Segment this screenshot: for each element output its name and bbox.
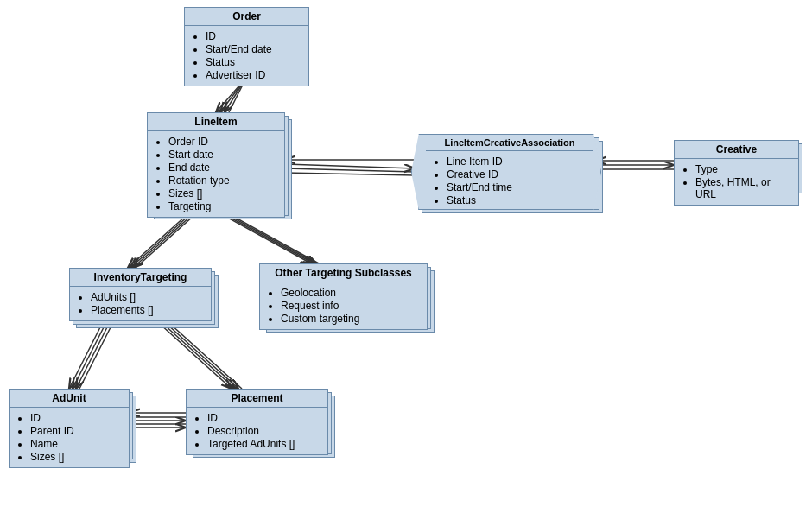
svg-line-15 (225, 216, 311, 263)
svg-line-21 (76, 324, 109, 389)
svg-line-17 (230, 216, 316, 263)
order-body: ID Start/End date Status Advertiser ID (185, 26, 308, 86)
lica-item-3: Start/End time (447, 181, 587, 193)
order-item-1: ID (206, 30, 301, 42)
creative-box: Creative Type Bytes, HTML, or URL (674, 140, 799, 206)
svg-line-18 (232, 216, 319, 263)
adunit-box: AdUnit ID Parent ID Name Sizes [] (9, 389, 130, 468)
svg-line-6 (285, 173, 415, 175)
lineitem-item-5: Sizes [] (168, 187, 277, 200)
other-box: Other Targeting Subclasses Geolocation R… (259, 263, 428, 330)
diagram-container: Order ID Start/End date Status Advertise… (0, 0, 812, 507)
order-item-3: Status (206, 56, 301, 68)
inventory-body: AdUnits [] Placements [] (70, 287, 211, 320)
lineitem-item-4: Rotation type (168, 174, 277, 187)
lica-body: Line Item ID Creative ID Start/End time … (426, 151, 593, 211)
placement-item-3: Targeted AdUnits [] (207, 438, 320, 450)
order-item-2: Start/End date (206, 43, 301, 55)
lineitem-item-2: Start date (168, 149, 277, 161)
placement-box: Placement ID Description Targeted AdUnit… (186, 389, 328, 455)
inventory-item-2: Placements [] (91, 304, 204, 316)
svg-line-20 (73, 324, 105, 389)
lineitem-item-1: Order ID (168, 136, 277, 148)
placement-body: ID Description Targeted AdUnits [] (187, 408, 327, 454)
svg-line-14 (136, 216, 193, 268)
creative-item-1: Type (695, 163, 791, 175)
adunit-item-1: ID (30, 412, 122, 424)
other-item-1: Geolocation (281, 287, 420, 299)
lica-item-2: Creative ID (447, 168, 587, 181)
svg-line-24 (163, 324, 235, 389)
lineitem-box: LineItem Order ID Start date End date Ro… (147, 112, 285, 218)
other-item-3: Custom targeting (281, 313, 420, 325)
placement-title: Placement (187, 390, 327, 408)
creative-item-2: Bytes, HTML, or URL (695, 176, 791, 200)
svg-line-5 (285, 168, 415, 172)
lineitem-item-3: End date (168, 162, 277, 174)
inventory-item-1: AdUnits [] (91, 291, 204, 303)
creative-body: Type Bytes, HTML, or URL (675, 159, 798, 205)
order-item-4: Advertiser ID (206, 69, 301, 81)
placement-item-1: ID (207, 412, 320, 424)
svg-line-19 (69, 324, 102, 389)
inventory-box: InventoryTargeting AdUnits [] Placements… (69, 268, 212, 321)
svg-line-16 (227, 216, 314, 263)
svg-line-22 (79, 324, 112, 389)
lica-title-text: LineItemCreativeAssociation (445, 137, 575, 148)
svg-line-4 (285, 164, 415, 168)
svg-line-23 (160, 324, 232, 389)
placement-item-2: Description (207, 425, 320, 437)
svg-line-12 (130, 216, 188, 268)
adunit-item-2: Parent ID (30, 425, 122, 437)
svg-line-11 (128, 216, 186, 268)
lineitem-item-6: Targeting (168, 200, 277, 212)
adunit-item-4: Sizes [] (30, 451, 122, 463)
lineitem-title: LineItem (148, 113, 284, 131)
adunit-body: ID Parent ID Name Sizes [] (10, 408, 129, 467)
svg-line-25 (167, 324, 238, 389)
order-title: Order (185, 8, 308, 26)
lica-title: LineItemCreativeAssociation (426, 135, 593, 151)
other-item-2: Request info (281, 300, 420, 312)
adunit-item-3: Name (30, 438, 122, 450)
order-box: Order ID Start/End date Status Advertise… (184, 7, 309, 86)
adunit-title: AdUnit (10, 390, 129, 408)
other-title: Other Targeting Subclasses (260, 264, 427, 282)
lica-item-1: Line Item ID (447, 155, 587, 168)
lineitem-body: Order ID Start date End date Rotation ty… (148, 131, 284, 217)
other-body: Geolocation Request info Custom targetin… (260, 282, 427, 329)
svg-line-13 (133, 216, 191, 268)
svg-line-26 (170, 324, 242, 389)
lica-box: LineItemCreativeAssociation Line Item ID… (411, 134, 601, 210)
lica-item-4: Status (447, 194, 587, 206)
creative-title: Creative (675, 141, 798, 159)
inventory-title: InventoryTargeting (70, 269, 211, 287)
